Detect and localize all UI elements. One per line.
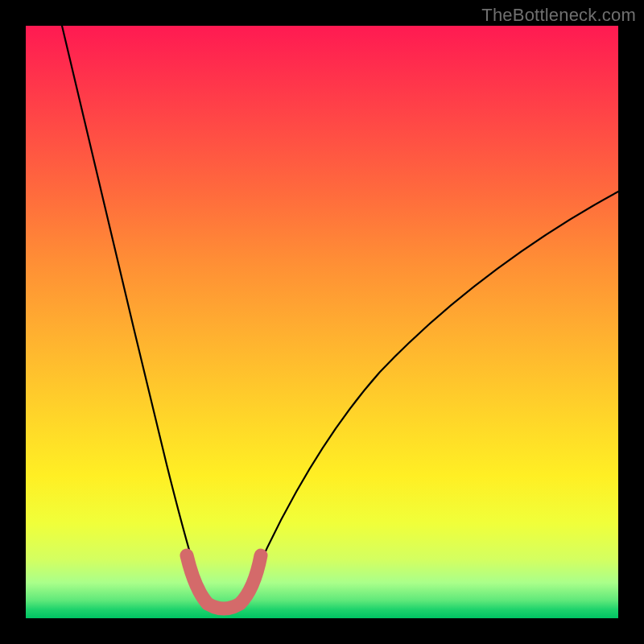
- right-branch: [243, 192, 618, 604]
- chart-frame: TheBottleneck.com: [0, 0, 644, 644]
- bottom-u-overlay: [187, 555, 261, 609]
- left-branch: [62, 26, 206, 604]
- curve-layer: [26, 26, 618, 618]
- watermark-text: TheBottleneck.com: [481, 5, 636, 26]
- plot-area: [26, 26, 618, 618]
